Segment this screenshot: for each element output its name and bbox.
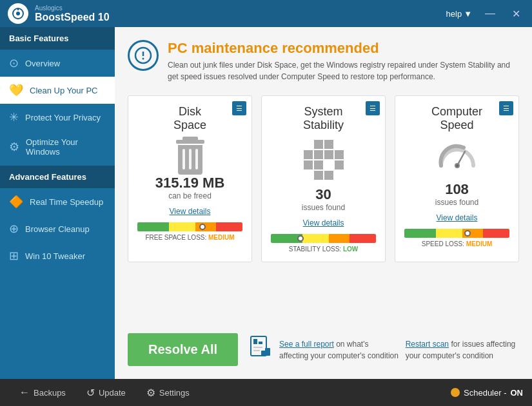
cleanup-label: Clean Up Your PC	[30, 86, 98, 95]
report-icon	[247, 334, 273, 365]
update-button[interactable]: ↺ Update	[76, 379, 136, 406]
speed-value: 108	[445, 181, 469, 198]
realtime-icon: 🔶	[9, 195, 23, 209]
scheduler-status: ON	[511, 388, 524, 398]
stability-grid-icon	[304, 140, 344, 180]
sidebar-item-overview[interactable]: ⊙ Overview	[0, 50, 115, 77]
sidebar-item-realtime[interactable]: 🔶 Real Time Speedup	[0, 188, 115, 215]
restart-scan-link[interactable]: Restart scan	[406, 340, 449, 349]
privacy-label: Protect Your Privacy	[25, 113, 101, 122]
page-title: PC maintenance recommended	[168, 40, 519, 57]
publisher-label: Auslogics	[35, 5, 110, 12]
bottom-row: Resolve All See a full report on	[128, 333, 519, 366]
stability-progress	[271, 234, 376, 243]
disk-space-menu-button[interactable]: ☰	[232, 101, 246, 115]
stability-status: STABILITY LOSS: LOW	[289, 246, 358, 253]
sidebar-item-browser[interactable]: ⊕ Browser Cleanup	[0, 215, 115, 242]
title-bar-right: help ▼ — ✕	[446, 6, 524, 21]
privacy-icon: ✳	[9, 110, 19, 124]
realtime-label: Real Time Speedup	[30, 197, 103, 207]
full-report-link[interactable]: See a full report	[279, 340, 334, 349]
svg-point-8	[456, 164, 458, 167]
speed-status: SPEED LOSS: MEDIUM	[422, 240, 492, 247]
win10-icon: ⊞	[9, 249, 19, 263]
speed-menu-button[interactable]: ☰	[499, 101, 513, 115]
speedometer-icon	[438, 140, 477, 175]
report-section: See a full report on what's affecting yo…	[247, 334, 519, 365]
minimize-button[interactable]: —	[481, 6, 499, 21]
header-text: PC maintenance recommended Clean out jun…	[168, 40, 519, 82]
disk-space-link[interactable]: View details	[170, 207, 211, 216]
optimize-label: Optimize Your Windows	[26, 137, 106, 157]
app-name-label: BoostSpeed 10	[35, 12, 110, 23]
backups-label: Backups	[34, 388, 66, 398]
svg-point-1	[16, 12, 20, 15]
svg-rect-15	[261, 351, 266, 356]
svg-rect-10	[253, 339, 257, 344]
main-layout: Basic Features ⊙ Overview 💛 Clean Up You…	[0, 27, 532, 379]
overview-label: Overview	[25, 59, 60, 68]
speed-link[interactable]: View details	[437, 213, 478, 222]
content-header: PC maintenance recommended Clean out jun…	[128, 40, 519, 82]
svg-point-5	[143, 58, 144, 60]
stability-title: SystemStability	[303, 105, 344, 132]
scheduler-label: Scheduler -	[464, 388, 506, 398]
update-icon: ↺	[86, 387, 95, 399]
sidebar-item-optimize[interactable]: ⚙ Optimize Your Windows	[0, 131, 115, 163]
help-button[interactable]: help ▼	[446, 9, 472, 19]
title-bar-left: Auslogics BoostSpeed 10	[8, 3, 110, 24]
speed-title: ComputerSpeed	[431, 105, 482, 132]
stability-link[interactable]: View details	[303, 218, 344, 227]
restart-text: Restart scan for issues affecting your c…	[406, 338, 519, 362]
speed-progress	[404, 229, 509, 238]
svg-line-7	[457, 151, 465, 166]
overview-icon: ⊙	[9, 56, 19, 70]
svg-rect-12	[253, 347, 262, 348]
resolve-all-button[interactable]: Resolve All	[128, 333, 238, 366]
scheduler-area: Scheduler - ON	[451, 388, 523, 398]
backups-button[interactable]: ← Backups	[9, 379, 76, 406]
report-text: See a full report on what's affecting yo…	[279, 338, 399, 362]
sidebar-section-advanced-features: Advanced Features	[0, 166, 115, 188]
title-bar: Auslogics BoostSpeed 10 help ▼ — ✕	[0, 0, 532, 27]
scheduler-dot	[451, 388, 460, 397]
content-area: PC maintenance recommended Clean out jun…	[115, 27, 532, 379]
optimize-icon: ⚙	[9, 140, 19, 154]
win10-label: Win 10 Tweaker	[25, 251, 85, 261]
settings-icon: ⚙	[146, 387, 155, 399]
disk-space-card: ☰ DiskSpace 315.19 MB can be freed View …	[128, 95, 252, 262]
sidebar-section-basic-features: Basic Features	[0, 27, 115, 50]
browser-label: Browser Cleanup	[25, 224, 90, 234]
bottom-bar: ← Backups ↺ Update ⚙ Settings Scheduler …	[0, 379, 532, 406]
app-name-block: Auslogics BoostSpeed 10	[35, 5, 110, 23]
stability-menu-button[interactable]: ☰	[366, 101, 380, 115]
system-stability-card: ☰ SystemStability 30 issues found View d…	[261, 95, 386, 262]
cleanup-icon: 💛	[9, 83, 23, 97]
header-icon	[128, 40, 159, 71]
update-label: Update	[99, 388, 126, 398]
disk-space-label: can be freed	[168, 191, 212, 200]
stability-label: issues found	[302, 203, 345, 212]
app-logo	[8, 3, 28, 24]
svg-rect-13	[253, 350, 260, 351]
trash-icon	[176, 140, 204, 175]
speed-label: issues found	[435, 198, 478, 207]
sidebar-item-cleanup[interactable]: 💛 Clean Up Your PC	[0, 77, 115, 104]
close-button[interactable]: ✕	[508, 6, 524, 21]
stability-value: 30	[315, 186, 331, 203]
browser-icon: ⊕	[9, 222, 19, 236]
settings-label: Settings	[159, 388, 190, 398]
disk-space-status: FREE SPACE LOSS: MEDIUM	[145, 234, 234, 241]
sidebar: Basic Features ⊙ Overview 💛 Clean Up You…	[0, 27, 115, 379]
cards-row: ☰ DiskSpace 315.19 MB can be freed View …	[128, 95, 519, 262]
computer-speed-card: ☰ ComputerSpeed 108 issues found View de…	[395, 95, 519, 262]
disk-space-value: 315.19 MB	[155, 175, 225, 191]
sidebar-item-privacy[interactable]: ✳ Protect Your Privacy	[0, 104, 115, 131]
page-description: Clean out junk files under Disk Space, g…	[168, 59, 519, 82]
settings-button[interactable]: ⚙ Settings	[136, 379, 200, 406]
backups-icon: ←	[19, 387, 30, 398]
disk-space-title: DiskSpace	[173, 105, 206, 132]
svg-rect-11	[259, 342, 262, 344]
sidebar-item-win10[interactable]: ⊞ Win 10 Tweaker	[0, 242, 115, 269]
disk-space-progress	[137, 222, 242, 231]
